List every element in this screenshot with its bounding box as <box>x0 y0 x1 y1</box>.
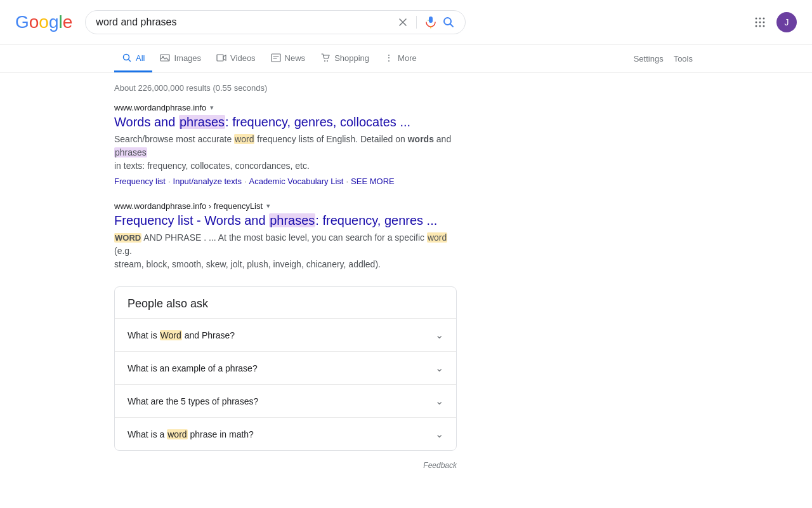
result-title-1[interactable]: Words and phrases: frequency, genres, co… <box>114 114 457 130</box>
bold-words: words <box>408 134 434 144</box>
paa-item-3[interactable]: What are the 5 types of phrases? ⌄ <box>115 384 456 417</box>
result-url-line-1: www.wordandphrase.info ▾ <box>114 103 457 112</box>
svg-point-6 <box>756 22 757 23</box>
settings-button[interactable]: Settings <box>629 46 669 71</box>
more-dots-icon: ⋮ <box>384 53 394 63</box>
search-tab-icon <box>122 53 132 63</box>
svg-point-9 <box>756 25 757 27</box>
result-snippet-1: Search/browse most accurate word frequen… <box>114 133 457 173</box>
highlight-phrases-1: phrases <box>179 115 225 129</box>
svg-point-3 <box>756 18 757 20</box>
tab-videos[interactable]: Videos <box>209 45 263 72</box>
result-link-input[interactable]: Input/analyze texts <box>173 177 242 186</box>
highlight-word-specific: word <box>427 232 447 243</box>
result-url-arrow-2[interactable]: ▾ <box>266 202 270 210</box>
results-area: About 226,000,000 results (0.55 seconds)… <box>0 73 571 480</box>
svg-point-7 <box>759 22 761 23</box>
search-icon <box>442 16 455 29</box>
paa-title: People also ask <box>115 287 456 318</box>
images-icon <box>160 53 170 63</box>
logo-letter-o1: o <box>29 12 39 32</box>
voice-search-button[interactable] <box>424 16 437 29</box>
tab-more[interactable]: ⋮ More <box>377 45 424 72</box>
paa-question-1: What is Word and Phrase? <box>128 330 235 340</box>
svg-point-1 <box>428 20 429 21</box>
nav-tabs: All Images Videos News Shopping ⋮ Mo <box>0 45 812 73</box>
svg-point-8 <box>763 22 765 23</box>
svg-point-5 <box>763 18 765 20</box>
paa-chevron-2: ⌄ <box>435 362 443 374</box>
paa-section: People also ask What is Word and Phrase?… <box>114 286 457 451</box>
svg-point-17 <box>324 60 325 62</box>
apps-button[interactable] <box>749 11 771 34</box>
news-icon <box>271 53 281 63</box>
tab-videos-label: Videos <box>230 53 256 63</box>
svg-point-18 <box>327 60 328 62</box>
highlight-word-1: word <box>234 134 254 144</box>
paa-item-2[interactable]: What is an example of a phrase? ⌄ <box>115 351 456 384</box>
paa-word-highlight: Word <box>160 330 182 340</box>
result-snippet-2: WORD AND PHRASE . ... At the most basic … <box>114 231 457 271</box>
svg-rect-16 <box>272 54 280 62</box>
logo-letter-g2: g <box>49 12 59 32</box>
highlight-phrases-snippet-1: phrases <box>114 147 147 157</box>
logo-letter-e: e <box>63 12 73 32</box>
search-submit-button[interactable] <box>442 16 455 29</box>
result-links-1: Frequency list · Input/analyze texts · A… <box>114 177 457 186</box>
paa-chevron-1: ⌄ <box>435 329 443 341</box>
tab-news-label: News <box>285 53 306 63</box>
paa-question-3: What are the 5 types of phrases? <box>128 396 258 406</box>
paa-item-1[interactable]: What is Word and Phrase? ⌄ <box>115 318 456 351</box>
paa-item-4[interactable]: What is a word phrase in math? ⌄ <box>115 417 456 450</box>
clear-icon <box>397 17 409 28</box>
feedback-link[interactable]: Feedback <box>114 461 457 470</box>
tab-more-label: More <box>398 53 417 63</box>
tab-all-label: All <box>136 53 145 63</box>
shopping-icon <box>320 53 331 63</box>
result-link-seemore[interactable]: SEE MORE <box>351 177 395 186</box>
search-bar-wrapper <box>85 10 466 34</box>
highlight-phrases-title-2: phrases <box>269 213 315 227</box>
google-logo[interactable]: Google <box>15 12 72 32</box>
clear-button[interactable] <box>397 17 409 28</box>
highlight-word-bold: WORD <box>114 233 141 243</box>
tab-shopping[interactable]: Shopping <box>313 45 377 72</box>
paa-chevron-4: ⌄ <box>435 428 443 440</box>
tools-button[interactable]: Tools <box>669 46 698 71</box>
search-bar <box>85 10 466 34</box>
svg-point-11 <box>763 25 765 27</box>
tab-images[interactable]: Images <box>152 45 209 72</box>
tab-shopping-label: Shopping <box>334 53 369 63</box>
results-count: About 226,000,000 results (0.55 seconds) <box>114 83 457 93</box>
result-link-frequency[interactable]: Frequency list <box>114 177 166 186</box>
tab-images-label: Images <box>174 53 201 63</box>
tab-all[interactable]: All <box>114 45 152 72</box>
header: Google <box>0 0 812 44</box>
result-item-1: www.wordandphrase.info ▾ Words and phras… <box>114 103 457 186</box>
paa-question-2: What is an example of a phrase? <box>128 363 258 373</box>
paa-word-highlight-4: word <box>167 429 187 439</box>
paa-chevron-3: ⌄ <box>435 395 443 407</box>
apps-grid-icon <box>754 16 766 29</box>
svg-point-12 <box>124 55 129 60</box>
videos-icon <box>216 53 226 63</box>
svg-point-10 <box>759 25 761 27</box>
search-input[interactable] <box>96 17 392 28</box>
svg-point-4 <box>759 18 761 20</box>
result-link-vocab[interactable]: Academic Vocabulary List <box>249 177 344 186</box>
result-url-1: www.wordandphrase.info <box>114 103 206 112</box>
result-url-line-2: www.wordandphrase.info › frequencyList ▾ <box>114 201 457 211</box>
result-url-arrow-1[interactable]: ▾ <box>210 104 214 112</box>
result-title-2[interactable]: Frequency list - Words and phrases: freq… <box>114 212 457 229</box>
logo-letter-o2: o <box>39 12 49 32</box>
paa-question-4: What is a word phrase in math? <box>128 429 254 439</box>
avatar[interactable]: J <box>776 12 797 32</box>
result-url-2: www.wordandphrase.info › frequencyList <box>114 201 263 211</box>
svg-rect-15 <box>217 55 223 61</box>
svg-rect-0 <box>429 17 433 23</box>
header-right: J <box>749 11 797 34</box>
result-item-2: www.wordandphrase.info › frequencyList ▾… <box>114 201 457 271</box>
tab-news[interactable]: News <box>263 45 313 72</box>
microphone-icon <box>424 16 437 29</box>
search-divider <box>416 16 417 29</box>
